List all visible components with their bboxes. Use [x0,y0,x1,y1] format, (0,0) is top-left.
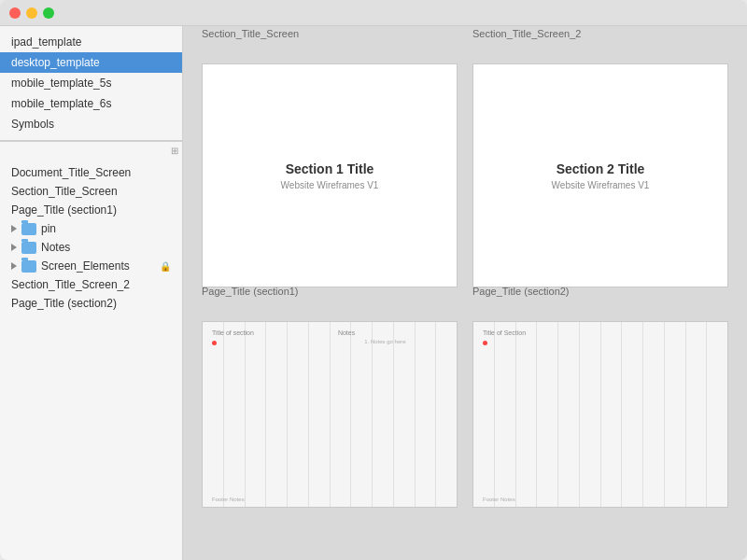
s2-col-2 [495,322,516,507]
artboard-page-title-s2[interactable]: Title of Section Footer Notes [472,321,728,508]
col-6 [309,322,331,507]
sidebar-item-pin[interactable]: pin [0,219,182,238]
page-title-section1-label: Page_Title (section1) [11,203,117,217]
columns-grid-s2 [473,322,727,507]
page-footer-text-s2: Footer Notes [483,497,515,502]
page-footer-text-s1: Footer Notes [212,497,245,502]
col-7 [331,322,352,507]
artboard-page-title-s1[interactable]: Title of section Notes 1. Notes go here … [202,321,458,508]
page-columns-s1 [203,322,457,507]
col-8 [351,322,373,507]
sidebar-item-section-title-screen-2[interactable]: Section_Title_Screen_2 [0,275,182,294]
col-9 [373,322,394,507]
s2-col-1 [473,322,495,507]
triangle-icon-notes [11,244,17,251]
sidebar-item-ipad-template[interactable]: ipad_template [0,32,182,52]
col-11 [416,322,437,507]
section-title-screen-label: Section_Title_Screen [11,185,118,198]
resize-icon: ⊞ [171,146,178,156]
sidebar-item-symbols[interactable]: Symbols [0,114,182,134]
page-columns-s2 [473,322,727,507]
col-4 [266,322,288,507]
minimize-button[interactable] [26,7,37,19]
notes-label: Notes [41,241,70,254]
triangle-icon [11,225,17,232]
sidebar: ipad_template desktop_template mobile_te… [0,26,183,560]
triangle-icon-screen-elements [11,262,17,270]
artboard-label-page-title-s2: Page_Title (section2) [472,286,570,297]
close-button[interactable] [9,7,21,19]
s2-col-6 [580,322,601,507]
col-3 [246,322,267,507]
pin-label: pin [41,222,56,235]
s2-col-12 [707,322,727,507]
section-title-screen-2-label: Section_Title_Screen_2 [11,278,130,291]
section-title-content: Section 1 Title Website Wireframes V1 [203,64,457,287]
sidebar-item-document-title-screen[interactable]: Document_Title_Screen [0,163,182,182]
page-dot-s2 [483,341,487,345]
folder-icon [21,223,36,235]
section-2-subtitle: Website Wireframes V1 [552,180,650,190]
s2-col-5 [558,322,580,507]
lock-icon: 🔒 [160,261,171,272]
s2-col-9 [643,322,665,507]
screen-elements-label: Screen_Elements [41,259,130,273]
sidebar-item-screen-elements[interactable]: Screen_Elements 🔒 [0,257,182,275]
section-1-title: Section 1 Title [286,161,374,176]
folder-icon-notes [21,242,36,254]
document-title-screen-label: Document_Title_Screen [11,166,131,179]
col-5 [288,322,309,507]
col-12 [436,322,457,507]
page-title-section2-label: Page_Title (section2) [11,297,117,310]
sidebar-item-desktop-template[interactable]: desktop_template [0,52,182,73]
sidebar-item-page-title-section1[interactable]: Page_Title (section1) [0,201,182,219]
folder-icon-screen-elements [21,260,36,273]
sidebar-item-notes[interactable]: Notes [0,238,182,257]
columns-grid [203,322,457,507]
col-10 [394,322,416,507]
artboard-label-section-title-2: Section_Title_Screen_2 [472,28,581,39]
col-1 [203,322,224,507]
col-2 [224,322,246,507]
sidebar-resize-handle[interactable]: ⊞ [0,141,182,160]
pages-list: Document_Title_Screen Section_Title_Scre… [0,160,182,560]
sidebar-item-mobile-5s[interactable]: mobile_template_5s [0,73,182,93]
artboard-section-title-screen-2[interactable]: Section 2 Title Website Wireframes V1 [472,63,728,287]
page-notes-label-s1: Notes [338,329,355,336]
artboard-page-title-s1-wrapper: Page_Title (section1) [202,302,458,508]
titlebar [0,0,747,26]
template-list: ipad_template desktop_template mobile_te… [0,26,182,141]
artboard-label-section-title: Section_Title_Screen [202,28,299,39]
s2-col-11 [686,322,708,507]
sidebar-item-page-title-section2[interactable]: Page_Title (section2) [0,294,182,313]
sidebar-item-mobile-6s[interactable]: mobile_template_6s [0,93,182,114]
page-notes-text-s1: 1. Notes go here [364,339,405,344]
main-canvas[interactable]: Section_Title_Screen Section 1 Title Web… [183,26,747,560]
s2-col-7 [601,322,623,507]
artboard-section-title-screen-wrapper: Section_Title_Screen Section 1 Title Web… [202,45,458,287]
s2-col-3 [516,322,538,507]
page-content-s1: Title of section Notes 1. Notes go here … [203,322,457,507]
s2-col-8 [622,322,643,507]
s2-col-10 [665,322,686,507]
section-2-content: Section 2 Title Website Wireframes V1 [473,64,727,287]
artboard-section-title-screen-2-wrapper: Section_Title_Screen_2 Section 2 Title W… [472,45,728,287]
s2-col-4 [537,322,558,507]
sidebar-item-section-title-screen[interactable]: Section_Title_Screen [0,182,182,201]
artboard-label-page-title-s1: Page_Title (section1) [202,286,299,297]
section-1-subtitle: Website Wireframes V1 [281,180,379,190]
artboard-section-title-screen[interactable]: Section 1 Title Website Wireframes V1 [202,63,458,287]
artboard-page-title-s2-wrapper: Page_Title (section2) [472,302,728,508]
app-window: ipad_template desktop_template mobile_te… [0,0,747,560]
main-content: ipad_template desktop_template mobile_te… [0,26,747,560]
page-title-label-s1: Title of section [212,329,254,336]
page-title-label-s2: Title of Section [483,329,526,336]
traffic-lights [9,7,54,19]
maximize-button[interactable] [43,7,54,19]
page-content-s2: Title of Section Footer Notes [473,322,727,507]
page-dot-s1 [212,341,217,345]
section-2-title: Section 2 Title [557,161,645,176]
